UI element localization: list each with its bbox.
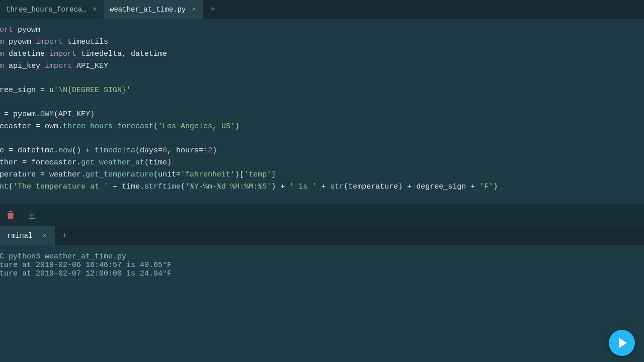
- code-token: 12: [203, 146, 212, 155]
- terminal-line: emperature at 2019-02-07 12:00:00 is 24.…: [0, 269, 644, 278]
- close-icon[interactable]: ×: [92, 6, 98, 14]
- code-token: (unit=: [153, 170, 181, 179]
- code-token: om: [0, 50, 4, 58]
- terminal-output[interactable]: ox $ ^C python3 weather_at_time.py emper…: [0, 245, 644, 362]
- tab-label: weather_at_time.py: [110, 6, 186, 14]
- code-token: 'The temperature at ': [13, 183, 108, 191]
- code-token: strftime: [144, 183, 181, 191]
- code-token: datetime: [4, 50, 49, 58]
- code-token: timedelta, datetime: [76, 50, 167, 58]
- code-token: gree_sign = u: [0, 86, 54, 95]
- code-token: '%Y-%m-%d %H:%M:%S': [185, 183, 271, 191]
- code-token: '\N{DEGREE SIGN}': [54, 86, 131, 95]
- code-token: ) +: [271, 183, 289, 191]
- code-editor[interactable]: port pyowm om pyowm import timeutils om …: [0, 19, 644, 204]
- code-token: 0: [163, 146, 167, 155]
- close-icon[interactable]: ×: [41, 232, 47, 240]
- code-token: (: [9, 183, 13, 191]
- editor-tab-bar: three_hours_foreca… × weather_at_time.py…: [0, 0, 644, 19]
- code-token: ]: [271, 170, 276, 179]
- code-token: )[: [235, 170, 244, 179]
- code-token: timedelta: [95, 146, 135, 155]
- code-token: (temperature) + degree_sign +: [344, 183, 479, 191]
- add-tab-button[interactable]: +: [203, 0, 223, 19]
- code-token: 'Los Angeles, US': [158, 122, 235, 131]
- code-token: timeutils: [63, 38, 108, 46]
- code-token: API_KEY: [72, 62, 108, 70]
- code-token: import: [36, 38, 63, 46]
- code-token: om: [0, 38, 4, 46]
- terminal-tab-label: rminal: [7, 232, 32, 240]
- editor-pane: three_hours_foreca… × weather_at_time.py…: [0, 0, 644, 204]
- code-token: now: [58, 146, 72, 155]
- terminal-line: ox $ ^C python3 weather_at_time.py: [0, 252, 644, 261]
- terminal-prompt-line: ox $: [0, 278, 644, 287]
- code-token: om: [0, 62, 4, 70]
- code-token: (API_KEY): [54, 110, 95, 119]
- terminal-toolbar: [0, 204, 644, 226]
- add-terminal-button[interactable]: +: [55, 226, 74, 245]
- code-token: mperature = weather.: [0, 170, 86, 179]
- code-token: 'F': [479, 183, 493, 191]
- code-token: 'fahrenheit': [181, 170, 235, 179]
- code-token: (days=: [135, 146, 163, 155]
- terminal-line: emperature at 2019-02-06 16:46:57 is 40.…: [0, 261, 644, 269]
- trash-icon[interactable]: [7, 211, 14, 219]
- code-token: ): [235, 122, 239, 131]
- code-token: () +: [72, 146, 95, 155]
- download-icon[interactable]: [28, 211, 35, 219]
- code-token: + time.: [108, 183, 144, 191]
- code-token: ): [212, 146, 217, 155]
- code-token: str: [330, 183, 344, 191]
- code-token: int: [0, 183, 9, 191]
- code-token: get_temperature: [86, 170, 153, 179]
- terminal-tab[interactable]: rminal ×: [0, 226, 55, 245]
- tab-label: three_hours_foreca…: [6, 6, 87, 14]
- code-token: import: [49, 50, 76, 58]
- code-token: me = datetime.: [0, 146, 58, 155]
- code-token: recaster = owm.: [0, 122, 63, 131]
- code-token: (: [153, 122, 158, 131]
- code-token: m = pyowm.: [0, 110, 40, 119]
- code-token: import: [45, 62, 72, 70]
- code-token: get_weather_at: [81, 158, 144, 167]
- terminal-tab-bar: rminal × +: [0, 226, 644, 245]
- run-button[interactable]: [609, 330, 635, 356]
- tab-weather-at-time[interactable]: weather_at_time.py ×: [104, 0, 203, 19]
- code-token: , hours=: [167, 146, 203, 155]
- terminal-pane: rminal × + ox $ ^C python3 weather_at_ti…: [0, 226, 644, 362]
- code-token: pyowm: [13, 26, 40, 34]
- code-token: +: [316, 183, 330, 191]
- code-token: port: [0, 26, 13, 34]
- close-icon[interactable]: ×: [191, 6, 197, 14]
- code-token: (: [181, 183, 185, 191]
- code-token: ather = forecaster.: [0, 158, 81, 167]
- code-token: three_hours_forecast: [63, 122, 153, 131]
- code-token: api_key: [4, 62, 45, 70]
- tab-three-hours-forecast[interactable]: three_hours_foreca… ×: [0, 0, 104, 19]
- play-icon: [618, 337, 628, 348]
- code-token: 'temp': [244, 170, 271, 179]
- code-token: OWM: [40, 110, 54, 119]
- code-token: ' is ': [289, 183, 316, 191]
- code-token: pyowm: [4, 38, 36, 46]
- code-token: ): [493, 183, 498, 191]
- code-token: (time): [144, 158, 172, 167]
